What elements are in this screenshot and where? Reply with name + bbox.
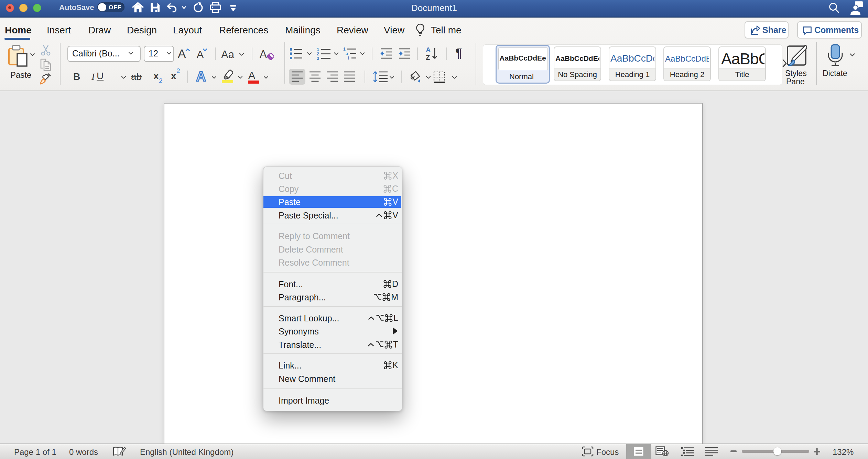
svg-text:a: a — [346, 51, 348, 56]
svg-text:1: 1 — [343, 47, 346, 52]
svg-text:Z: Z — [426, 54, 430, 61]
svg-text:i: i — [348, 56, 349, 60]
svg-text:A: A — [426, 47, 431, 54]
svg-text:3: 3 — [317, 56, 319, 60]
